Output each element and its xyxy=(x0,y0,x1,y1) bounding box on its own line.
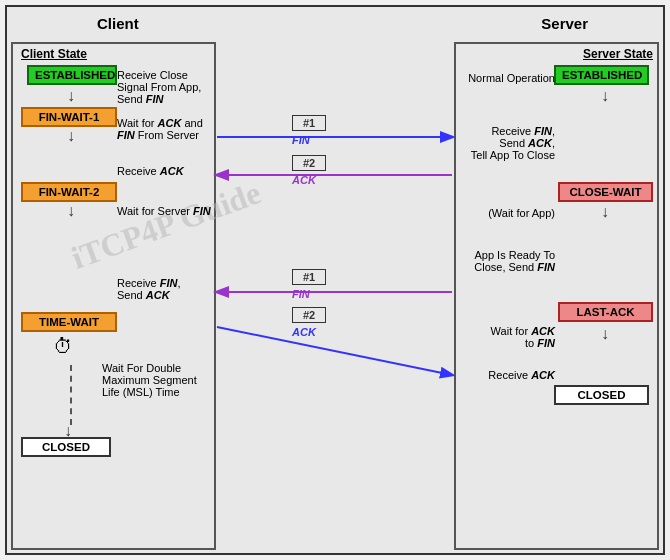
diagram: Client Server iTCP4P Guide Client State … xyxy=(5,5,665,555)
client-fin-wait-2: FIN-WAIT-2 xyxy=(21,182,117,202)
dashed-line-client xyxy=(70,365,72,425)
server-state-title: Server State xyxy=(548,47,653,61)
client-header: Client xyxy=(97,15,139,32)
server-desc-normal-op: Normal Operation xyxy=(450,72,555,84)
client-established: ESTABLISHED xyxy=(27,65,117,85)
clock-icon: ⏱ xyxy=(53,335,73,358)
arrow-c1: ↓ xyxy=(67,87,75,105)
fin2-box: #1 xyxy=(292,269,326,285)
client-desc-receive-fin-send-ack: Receive FIN,Send ACK xyxy=(117,277,212,301)
ack1-box: #2 xyxy=(292,155,326,171)
arrow-c3: ↓ xyxy=(67,202,75,220)
arrow-s2: ↓ xyxy=(601,203,609,221)
server-close-wait: CLOSE-WAIT xyxy=(558,182,653,202)
client-closed: CLOSED xyxy=(21,437,111,457)
arrow-s1: ↓ xyxy=(601,87,609,105)
client-time-wait: TIME-WAIT xyxy=(21,312,117,332)
server-desc-app-ready: App Is Ready ToClose, Send FIN xyxy=(435,249,555,273)
svg-line-3 xyxy=(217,327,452,375)
fin1-label: FIN xyxy=(292,134,310,146)
client-desc-wait-msl: Wait For DoubleMaximum SegmentLife (MSL)… xyxy=(102,362,207,398)
fin1-box: #1 xyxy=(292,115,326,131)
server-desc-receive-fin: Receive FIN,Send ACK,Tell App To Close xyxy=(435,125,555,161)
server-desc-wait-app: (Wait for App) xyxy=(450,207,555,219)
client-desc-receive-ack: Receive ACK xyxy=(117,165,212,177)
client-desc-wait-server-fin: Wait for Server FIN xyxy=(117,205,212,217)
server-established: ESTABLISHED xyxy=(554,65,649,85)
server-header: Server xyxy=(541,15,588,32)
ack1-label: ACK xyxy=(292,174,316,186)
arrow-s3: ↓ xyxy=(601,325,609,343)
arrow-c2: ↓ xyxy=(67,127,75,145)
client-desc-wait-ack-fin: Wait for ACK andFIN From Server xyxy=(117,117,212,141)
client-fin-wait-1: FIN-WAIT-1 xyxy=(21,107,117,127)
server-panel xyxy=(454,42,659,550)
server-desc-wait-ack: Wait for ACKto FIN xyxy=(450,325,555,349)
fin2-label: FIN xyxy=(292,288,310,300)
server-closed: CLOSED xyxy=(554,385,649,405)
ack2-label: ACK xyxy=(292,326,316,338)
server-last-ack: LAST-ACK xyxy=(558,302,653,322)
ack2-box: #2 xyxy=(292,307,326,323)
client-desc-send-fin: Receive CloseSignal From App,Send FIN xyxy=(117,69,212,105)
server-desc-receive-ack: Receive ACK xyxy=(450,369,555,381)
client-state-title: Client State xyxy=(21,47,87,61)
